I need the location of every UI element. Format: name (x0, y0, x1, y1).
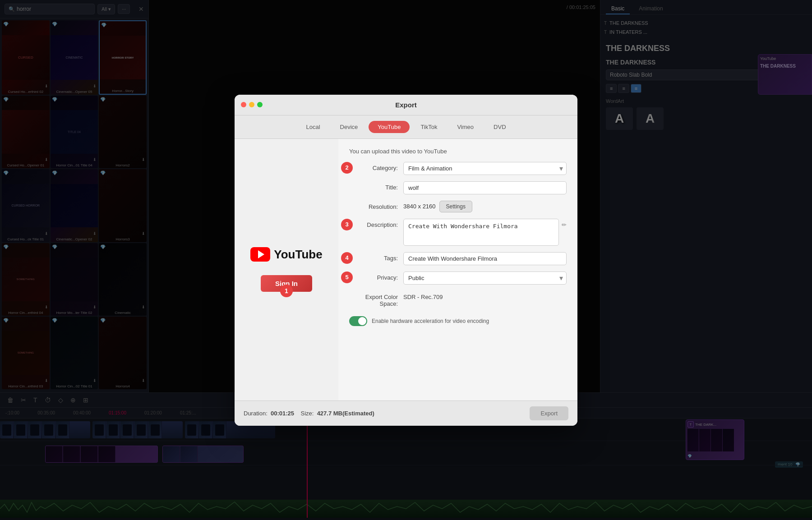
tab-device[interactable]: Device (331, 121, 367, 133)
color-space-value: SDR - Rec.709 (403, 291, 443, 300)
resolution-value: 3840 x 2160 (403, 203, 436, 210)
description-row: 3 Description: Create With Wondershare F… (349, 219, 567, 246)
edit-icon[interactable]: ✏ (562, 219, 567, 228)
modal-titlebar: Export (235, 95, 577, 115)
hw-accel-row: Enable hardware acceleration for video e… (349, 313, 567, 329)
privacy-select-wrapper: Public Unlisted Private ▾ (403, 272, 567, 285)
close-window-button[interactable] (241, 102, 246, 107)
color-space-label: Export Color Space: (349, 291, 403, 307)
modal-overlay: Export Local Device YouTube TikTok Vimeo… (0, 0, 812, 520)
modal-footer: Duration: 00:01:25 Size: 427.7 MB(Estima… (235, 400, 577, 426)
tags-input[interactable] (403, 252, 567, 265)
play-triangle (258, 250, 264, 258)
modal-title: Export (395, 101, 417, 109)
color-space-row: Export Color Space: SDR - Rec.709 (349, 291, 567, 307)
description-label: Description: (349, 219, 403, 228)
category-row: 2 Category: Film & Animation Entertainme… (349, 162, 567, 175)
hw-accel-label: Enable hardware acceleration for video e… (372, 318, 489, 324)
modal-window-controls (241, 102, 263, 107)
step-1-badge: 1 (280, 285, 293, 297)
description-input[interactable]: Create With Wondershare Filmora (403, 219, 559, 246)
tab-dvd[interactable]: DVD (484, 121, 515, 133)
privacy-row: 5 Privacy: Public Unlisted Private ▾ (349, 272, 567, 285)
tags-row: 4 Tags: (349, 252, 567, 265)
resolution-label: Resolution: (349, 201, 403, 210)
minimize-window-button[interactable] (249, 102, 254, 107)
tab-youtube[interactable]: YouTube (369, 121, 410, 133)
step-2-badge: 2 (341, 162, 353, 174)
tab-vimeo[interactable]: Vimeo (448, 121, 483, 133)
hw-accel-toggle[interactable] (349, 316, 367, 326)
youtube-logo: YouTube (250, 247, 322, 262)
title-input[interactable] (403, 181, 567, 194)
title-row: Title: (349, 181, 567, 194)
tab-tiktok[interactable]: TikTok (411, 121, 446, 133)
resolution-row: Resolution: 3840 x 2160 Settings (349, 201, 567, 212)
category-select-wrapper: Film & Animation Entertainment Music ▾ (403, 162, 567, 175)
duration-info: Duration: 00:01:25 Size: 427.7 MB(Estima… (244, 410, 374, 417)
privacy-select[interactable]: Public Unlisted Private (403, 272, 567, 285)
settings-button[interactable]: Settings (439, 201, 472, 212)
upload-notice: You can upload this video to YouTube (349, 148, 567, 155)
tab-local[interactable]: Local (297, 121, 329, 133)
youtube-text: YouTube (274, 248, 322, 262)
toggle-knob (358, 317, 366, 325)
step-3-badge: 3 (341, 219, 353, 230)
resolution-group: 3840 x 2160 Settings (403, 201, 472, 212)
signin-container: Sign In 1 (261, 275, 312, 292)
category-label: Category: (349, 162, 403, 171)
title-label: Title: (349, 181, 403, 191)
export-form: You can upload this video to YouTube 2 C… (338, 139, 577, 400)
privacy-label: Privacy: (349, 272, 403, 281)
step-4-badge: 4 (341, 252, 353, 264)
export-button[interactable]: Export (530, 406, 568, 420)
app-background: 🔍 All ▾ ··· ✕ 💎 CURSED ⬇ Cursed Ho...ert… (0, 0, 812, 520)
export-modal: Export Local Device YouTube TikTok Vimeo… (235, 95, 577, 426)
modal-body: YouTube Sign In 1 You can upload this vi… (235, 139, 577, 400)
youtube-icon (250, 247, 270, 262)
export-tabs: Local Device YouTube TikTok Vimeo DVD (235, 115, 577, 139)
maximize-window-button[interactable] (257, 102, 263, 107)
step-5-badge: 5 (341, 272, 353, 283)
category-select[interactable]: Film & Animation Entertainment Music (403, 162, 567, 175)
tags-label: Tags: (349, 252, 403, 262)
youtube-signin-panel: YouTube Sign In 1 (235, 139, 338, 400)
